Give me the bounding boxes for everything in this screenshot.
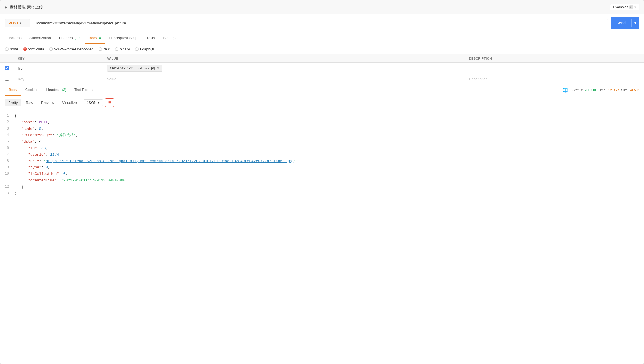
tab-params[interactable]: Params <box>5 32 26 44</box>
file-tag: Xnip2020-11-21_18-18-27.jpg ✕ <box>107 65 162 72</box>
code-line-8: 8 "url": "https://heimaleadnews.oss-cn-s… <box>0 158 644 165</box>
tab-pre-request-script[interactable]: Pre-request Script <box>105 32 143 44</box>
code-line-12: 12 } <box>0 184 644 191</box>
view-preview-button[interactable]: Preview <box>38 99 58 106</box>
tab-authorization[interactable]: Authorization <box>26 32 55 44</box>
radio-circle-binary <box>115 47 118 51</box>
code-line-5: 5 "data": { <box>0 139 644 145</box>
radio-circle-urlencoded <box>49 47 53 51</box>
col-key: KEY <box>13 54 103 63</box>
code-line-7: 7 "userId": 1174, <box>0 152 644 158</box>
response-headers-badge: (3) <box>62 88 66 92</box>
code-line-10: 10 "isCollection": 0, <box>0 171 644 177</box>
col-description: DESCRIPTION <box>465 54 644 63</box>
code-line-2: 2 "host": null, <box>0 119 644 126</box>
breadcrumb-title: 素材管理-素材上传 <box>10 5 610 10</box>
remove-file-button[interactable]: ✕ <box>156 66 160 71</box>
code-line-4: 4 "errorMessage": "操作成功", <box>0 132 644 139</box>
radio-circle-graphql <box>135 47 139 51</box>
empty-row-checkbox-cell <box>0 74 13 84</box>
top-bar: ▶ 素材管理-素材上传 Examples 0 ▾ <box>0 0 644 14</box>
response-tab-test-results[interactable]: Test Results <box>70 84 98 96</box>
key-placeholder: Key <box>18 77 24 81</box>
col-value: VALUE <box>103 54 465 63</box>
size-value: 405 B <box>630 88 639 92</box>
empty-row-checkbox[interactable] <box>5 77 9 81</box>
chevron-down-icon: ▾ <box>20 22 21 25</box>
body-type-row: none form-data x-www-form-urlencoded raw… <box>0 44 644 54</box>
tab-headers[interactable]: Headers (10) <box>55 32 85 44</box>
response-meta: 🌐 Status: 200 OK Time: 12.35 s Size: 405… <box>563 87 639 93</box>
tab-tests[interactable]: Tests <box>143 32 159 44</box>
examples-label: Examples <box>613 5 628 9</box>
format-dropdown-icon: ▾ <box>98 101 100 105</box>
top-bar-actions: Examples 0 ▾ <box>610 4 639 10</box>
view-pretty-button[interactable]: Pretty <box>5 99 21 106</box>
table-row: file Xnip2020-11-21_18-18-27.jpg ✕ <box>0 63 644 74</box>
view-raw-button[interactable]: Raw <box>22 99 37 106</box>
time-value: 12.35 s <box>608 88 619 92</box>
value-placeholder: Value <box>107 77 116 81</box>
radio-graphql[interactable]: GraphQL <box>135 47 155 51</box>
method-label: POST <box>9 21 18 25</box>
url-link[interactable]: https://heimaleadnews.oss-cn-shanghai.al… <box>46 159 293 163</box>
code-view[interactable]: 1 { 2 "host": null, 3 "code": 0, 4 "erro… <box>0 109 644 364</box>
code-line-3: 3 "code": 0, <box>0 126 644 132</box>
code-line-11: 11 "createdTime": "2021-01-01T15:09:13.0… <box>0 177 644 184</box>
radio-circle-none <box>5 47 9 51</box>
row-checkbox[interactable] <box>5 66 9 70</box>
time-label: Time: <box>598 88 607 92</box>
code-line-13: 13 } <box>0 191 644 197</box>
url-bar: POST ▾ Send ▾ <box>0 14 644 32</box>
col-checkbox <box>0 54 13 63</box>
tab-body[interactable]: Body <box>85 32 105 44</box>
format-label: JSON <box>87 101 97 105</box>
description-placeholder: Description <box>469 77 488 81</box>
body-active-dot <box>99 37 101 39</box>
examples-badge: 0 <box>629 5 633 9</box>
form-data-table: KEY VALUE DESCRIPTION file Xnip2020-11-2… <box>0 54 644 84</box>
globe-icon: 🌐 <box>563 87 568 93</box>
row-checkbox-cell <box>0 63 13 74</box>
row-key-cell: file <box>13 63 103 74</box>
headers-badge: (10) <box>75 36 80 40</box>
send-button[interactable]: Send <box>611 19 631 27</box>
send-button-group: Send ▾ <box>611 17 639 29</box>
tab-settings[interactable]: Settings <box>159 32 180 44</box>
radio-urlencoded[interactable]: x-www-form-urlencoded <box>49 47 94 51</box>
code-line-1: 1 { <box>0 113 644 119</box>
examples-button[interactable]: Examples 0 ▾ <box>610 4 639 10</box>
breadcrumb-arrow: ▶ <box>5 5 7 9</box>
status-label: Status: <box>572 88 583 92</box>
send-dropdown-button[interactable]: ▾ <box>631 19 639 27</box>
format-select[interactable]: JSON ▾ <box>84 99 103 106</box>
response-section: Body Cookies Headers (3) Test Results 🌐 … <box>0 84 644 364</box>
radio-form-data[interactable]: form-data <box>23 47 44 51</box>
response-toolbar: Pretty Raw Preview Visualize JSON ▾ ≡ <box>0 96 644 109</box>
response-tab-headers[interactable]: Headers (3) <box>43 84 70 96</box>
status-value: 200 OK <box>585 88 596 92</box>
radio-none[interactable]: none <box>5 47 18 51</box>
file-name: Xnip2020-11-21_18-18-27.jpg <box>110 66 155 70</box>
response-tabs: Body Cookies Headers (3) Test Results 🌐 … <box>0 84 644 96</box>
table-empty-row: Key Value Description <box>0 74 644 84</box>
view-visualize-button[interactable]: Visualize <box>59 99 80 106</box>
wrap-icon: ≡ <box>108 100 111 105</box>
code-line-9: 9 "type": 0, <box>0 164 644 171</box>
url-input[interactable] <box>33 19 608 27</box>
empty-row-value-cell[interactable]: Value <box>103 74 465 84</box>
empty-row-description-cell[interactable]: Description <box>465 74 644 84</box>
radio-binary[interactable]: binary <box>115 47 130 51</box>
code-line-6: 6 "id": 33, <box>0 145 644 152</box>
row-value-cell: Xnip2020-11-21_18-18-27.jpg ✕ <box>103 63 465 74</box>
wrap-button[interactable]: ≡ <box>105 98 114 107</box>
method-select[interactable]: POST ▾ <box>5 19 30 27</box>
app-container: ▶ 素材管理-素材上传 Examples 0 ▾ POST ▾ Send ▾ P… <box>0 0 644 364</box>
radio-raw[interactable]: raw <box>99 47 110 51</box>
radio-circle-form-data <box>23 47 27 51</box>
chevron-down-icon: ▾ <box>634 5 636 9</box>
response-tab-body[interactable]: Body <box>5 84 21 96</box>
empty-row-key-cell[interactable]: Key <box>13 74 103 84</box>
row-description-cell <box>465 63 644 74</box>
response-tab-cookies[interactable]: Cookies <box>21 84 43 96</box>
